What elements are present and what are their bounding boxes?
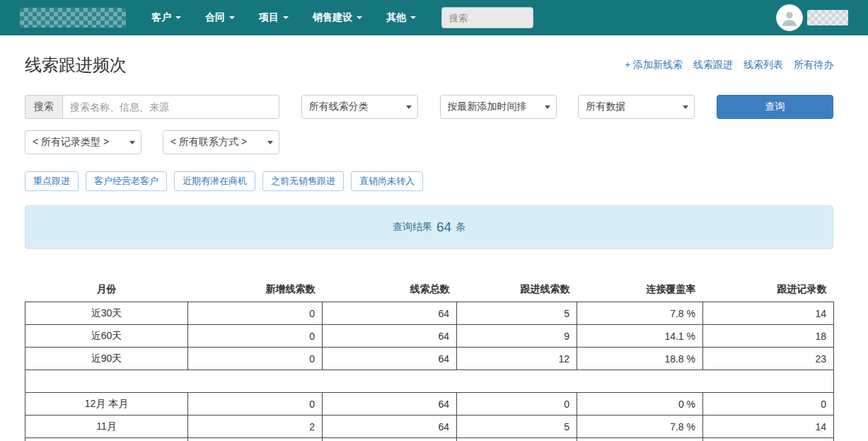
table-spacer-row [25, 370, 834, 393]
app-logo-redacted[interactable] [20, 8, 126, 28]
tag-key-followup[interactable]: 重点跟进 [25, 171, 79, 191]
menu-item-contracts[interactable]: 合同 [205, 11, 235, 24]
result-prefix: 查询结果 [393, 221, 432, 234]
main-menu: 客户 合同 项目 销售建设 其他 [151, 11, 416, 24]
chevron-down-icon [357, 16, 362, 19]
chevron-down-icon [229, 16, 235, 19]
query-button[interactable]: 查询 [717, 95, 833, 119]
row-label-cell: 近60天 [25, 325, 188, 348]
select-value: < 所有记录类型 > [33, 136, 127, 149]
result-count: 64 [436, 219, 451, 235]
table-cell: 6.5 % [577, 438, 703, 441]
table-cell: 23 [703, 348, 834, 370]
table-cell: 14 [703, 416, 834, 438]
tag-recent-opportunity[interactable]: 近期有潜在商机 [174, 171, 255, 191]
table-row: 近30天 0 64 5 7.8 % 14 [25, 302, 834, 325]
table-cell: 5 [457, 416, 577, 438]
lead-search-input[interactable] [62, 95, 279, 119]
menu-item-others[interactable]: 其他 [386, 11, 416, 24]
table-row: 近90天 0 64 12 18.8 % 23 [25, 348, 834, 370]
table-cell: 64 [323, 325, 457, 348]
menu-item-label: 合同 [205, 11, 225, 24]
main-content: 线索跟进频次 + 添加新线索 线索跟进 线索列表 所有待办 搜索 所有线索分类 … [0, 54, 868, 441]
navbar-user-area [776, 4, 848, 31]
menu-item-sales-building[interactable]: 销售建设 [313, 11, 362, 24]
user-name-redacted[interactable] [807, 10, 848, 25]
quick-tags-row: 重点跟进 客户经营老客户 近期有潜在商机 之前无销售跟进 直销尚未转入 [25, 171, 833, 191]
table-cell: 9 [457, 325, 577, 348]
table-row: 12月 本月 0 64 0 0 % 0 [25, 393, 834, 416]
navbar: 客户 合同 项目 销售建设 其他 [0, 0, 868, 35]
table-cell: 18.8 % [577, 348, 703, 370]
page-header: 线索跟进频次 + 添加新线索 线索跟进 线索列表 所有待办 [25, 54, 833, 76]
followup-frequency-table: 月份 新增线索数 线索总数 跟进线索数 连接覆盖率 跟进记录数 近30天 0 6… [25, 277, 834, 441]
lead-category-select[interactable]: 所有线索分类 [301, 95, 418, 119]
row-label-cell: 近90天 [25, 348, 188, 370]
tag-direct-not-transferred[interactable]: 直销尚未转入 [351, 171, 423, 191]
table-cell: 5 [457, 302, 577, 325]
chevron-down-icon [545, 105, 550, 109]
row-label-cell: 10月 [25, 438, 188, 441]
chevron-down-icon [175, 16, 181, 19]
col-coverage-rate: 连接覆盖率 [577, 277, 703, 302]
sort-order-select[interactable]: 按最新添加时间排 [440, 95, 557, 119]
chevron-down-icon [683, 105, 688, 109]
result-suffix: 条 [456, 221, 465, 234]
menu-item-projects[interactable]: 项目 [259, 11, 289, 24]
filter-row-1: 搜索 所有线索分类 按最新添加时间排 所有数据 查询 [25, 95, 833, 119]
col-new-leads: 新增线索数 [188, 277, 323, 302]
row-label-cell: 11月 [25, 416, 188, 438]
search-addon-label: 搜索 [25, 95, 62, 119]
table-cell: 0 [703, 393, 834, 416]
table-cell: 0 [457, 393, 577, 416]
navbar-search-input[interactable] [441, 7, 533, 28]
user-icon [780, 8, 799, 28]
avatar[interactable] [776, 4, 803, 31]
table-cell: 14.1 % [577, 325, 703, 348]
table-cell: 0 [188, 325, 323, 348]
page-action-links: + 添加新线索 线索跟进 线索列表 所有待办 [625, 59, 833, 71]
table-cell: 7.8 % [577, 302, 703, 325]
all-todos-link[interactable]: 所有待办 [794, 59, 833, 71]
chevron-down-icon [406, 105, 412, 109]
col-followup-records: 跟进记录数 [703, 277, 834, 302]
data-scope-select[interactable]: 所有数据 [578, 95, 695, 119]
col-total-leads: 线索总数 [323, 277, 457, 302]
table-row: 10月 3 62 4 6.5 % 4 [25, 438, 834, 441]
row-label-cell: 近30天 [25, 302, 188, 325]
tag-old-customers[interactable]: 客户经营老客户 [86, 171, 167, 191]
table-cell: 64 [323, 416, 457, 438]
table-cell: 7.8 % [577, 416, 703, 438]
col-month: 月份 [25, 277, 188, 302]
table-cell: 3 [188, 438, 323, 441]
table-row: 11月 2 64 5 7.8 % 14 [25, 416, 834, 438]
lead-list-link[interactable]: 线索列表 [743, 59, 783, 71]
table-cell: 64 [323, 348, 457, 370]
table-cell: 62 [323, 438, 457, 441]
row-label-cell: 12月 本月 [25, 393, 188, 416]
page-title: 线索跟进频次 [25, 54, 127, 76]
contact-method-select[interactable]: < 所有联系方式 > [163, 130, 279, 154]
table-cell: 0 [188, 348, 323, 370]
chevron-down-icon [410, 16, 416, 19]
add-new-lead-link[interactable]: + 添加新线索 [625, 59, 683, 71]
table-cell: 0 % [577, 393, 703, 416]
table-cell: 2 [188, 416, 323, 438]
menu-item-label: 客户 [151, 11, 171, 24]
table-cell: 0 [188, 393, 323, 416]
table-cell: 0 [188, 302, 323, 325]
table-header: 月份 新增线索数 线索总数 跟进线索数 连接覆盖率 跟进记录数 [25, 277, 834, 302]
tag-no-sales-followup[interactable]: 之前无销售跟进 [262, 171, 344, 191]
chevron-down-icon [267, 141, 273, 144]
chevron-down-icon [283, 16, 289, 19]
select-value: < 所有联系方式 > [170, 136, 265, 149]
col-followed-leads: 跟进线索数 [457, 277, 577, 302]
select-value: 所有线索分类 [309, 101, 403, 113]
select-value: 按最新添加时间排 [448, 101, 542, 113]
menu-item-label: 项目 [259, 11, 279, 24]
lead-followup-link[interactable]: 线索跟进 [693, 59, 733, 71]
menu-item-customers[interactable]: 客户 [151, 11, 181, 24]
record-type-select[interactable]: < 所有记录类型 > [25, 130, 141, 154]
table-cell: 18 [703, 325, 834, 348]
select-value: 所有数据 [586, 101, 680, 113]
